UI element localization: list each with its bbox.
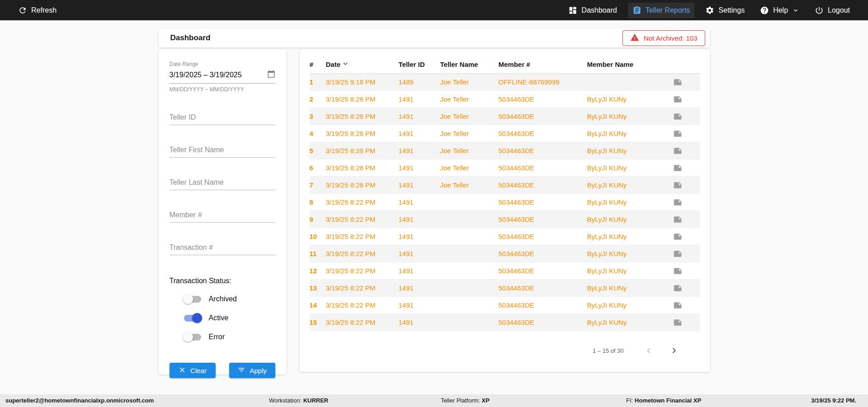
footer-fi: FI: Hometown Financial XP [626,394,701,407]
previous-page-button[interactable] [643,345,655,356]
cell-member-number: 5034463DE [499,267,587,275]
nav-teller-reports[interactable]: Teller Reports [628,3,695,18]
teller-last-name-input[interactable] [170,177,275,190]
table-body: 1 3/19/25 9:18 PM 1489 Joe Teller OFFLIN… [310,74,700,331]
cell-teller-name: Joe Teller [440,147,499,154]
cell-teller-id: 1491 [399,301,440,309]
cell-teller-name: Joe Teller [440,130,499,137]
power-icon [815,6,824,15]
table-row[interactable]: 15 3/19/25 8:22 PM 1491 5034463DE ByLyJI… [310,314,700,331]
not-archived-label: Not Archived: 103 [644,34,697,42]
cell-member-number: OFFLINE-88769999 [499,78,587,86]
nav-help-label: Help [773,6,788,14]
table-row[interactable]: 13 3/19/25 8:22 PM 1491 5034463DE ByLyJI… [310,280,700,297]
nav-settings[interactable]: Settings [701,3,749,18]
cell-teller-name: Joe Teller [440,112,499,120]
warning-icon [630,33,639,43]
teller-first-name-input[interactable] [170,144,275,158]
clear-button[interactable]: Clear [170,363,216,378]
note-icon[interactable] [673,129,700,138]
topbar-right-group: Dashboard Teller Reports Settings Help [564,3,854,18]
table-row[interactable]: 7 3/19/25 8:28 PM 1491 Joe Teller 503446… [310,177,700,194]
table-row[interactable]: 10 3/19/25 8:22 PM 1491 5034463DE ByLyJI… [310,228,700,245]
clear-button-label: Clear [190,367,207,374]
table-row[interactable]: 14 3/19/25 8:22 PM 1491 5034463DE ByLyJI… [310,297,700,314]
note-icon[interactable] [673,181,700,190]
table-row[interactable]: 8 3/19/25 8:22 PM 1491 5034463DE ByLyJI … [310,194,700,211]
cell-member-name: ByLyJI KUNy [587,130,673,137]
filter-icon [237,366,245,375]
gear-icon [705,6,714,15]
cell-row-number: 7 [310,181,326,189]
note-icon[interactable] [673,301,700,310]
note-icon[interactable] [673,232,700,241]
nav-logout[interactable]: Logout [810,3,854,18]
top-navigation-bar: Refresh Dashboard Teller Reports Setting… [0,0,868,20]
apply-button[interactable]: Apply [229,363,275,378]
cell-member-number: 5034463DE [499,181,587,189]
note-icon[interactable] [673,95,700,104]
note-icon[interactable] [673,146,700,155]
note-icon[interactable] [673,78,700,87]
table-row[interactable]: 12 3/19/25 8:22 PM 1491 5034463DE ByLyJI… [310,262,700,280]
cell-date: 3/19/25 9:18 PM [326,78,399,86]
error-toggle[interactable] [183,332,202,342]
cell-member-name: ByLyJI KUNy [587,198,673,206]
table-row[interactable]: 9 3/19/25 8:22 PM 1491 5034463DE ByLyJI … [310,211,700,228]
cell-date: 3/19/25 8:22 PM [326,284,399,292]
note-icon[interactable] [673,284,700,293]
note-icon[interactable] [673,198,700,207]
nav-teller-reports-label: Teller Reports [646,6,690,14]
table-row[interactable]: 2 3/19/25 8:28 PM 1491 Joe Teller 503446… [310,91,700,108]
date-range-field[interactable]: 3/19/2025 – 3/19/2025 [170,67,275,84]
sort-down-icon [341,60,349,69]
table-row[interactable]: 5 3/19/25 8:28 PM 1491 Joe Teller 503446… [310,142,700,159]
cell-date: 3/19/25 8:28 PM [326,181,399,189]
note-icon[interactable] [673,249,700,258]
footer-fi-value: Hometown Financial XP [635,397,701,404]
member-number-input[interactable] [170,209,275,223]
date-range-hint: MM/DD/YYYY – MM/DD/YYYY [170,86,275,93]
cell-row-number: 5 [310,147,326,154]
cell-date: 3/19/25 8:22 PM [326,250,399,257]
nav-dashboard[interactable]: Dashboard [564,3,621,18]
cell-date: 3/19/25 8:22 PM [326,301,399,309]
note-icon[interactable] [673,318,700,327]
table-row[interactable]: 3 3/19/25 8:28 PM 1491 Joe Teller 503446… [310,108,700,125]
transaction-number-input[interactable] [170,242,275,255]
cell-teller-id: 1491 [399,181,440,189]
cell-member-name: ByLyJI KUNy [587,164,673,172]
footer-timestamp: 3/19/25 9:22 PM. [811,394,856,407]
table-row[interactable]: 6 3/19/25 8:28 PM 1491 Joe Teller 503446… [310,159,700,177]
active-toggle-label: Active [209,314,229,322]
table-row[interactable]: 1 3/19/25 9:18 PM 1489 Joe Teller OFFLIN… [310,74,700,91]
calendar-icon[interactable] [267,70,275,80]
table-row[interactable]: 4 3/19/25 8:28 PM 1491 Joe Teller 503446… [310,125,700,142]
cell-teller-id: 1491 [399,233,440,240]
footer-workstation: Workstation: KURRER [269,394,328,407]
apply-button-label: Apply [250,367,267,374]
cell-member-number: 5034463DE [499,147,587,154]
not-archived-badge[interactable]: Not Archived: 103 [623,30,705,46]
note-icon[interactable] [673,112,700,121]
next-page-button[interactable] [668,345,680,356]
note-icon[interactable] [673,164,700,173]
cell-row-number: 9 [310,215,326,223]
teller-id-input[interactable] [170,112,275,125]
refresh-button[interactable]: Refresh [14,3,61,18]
col-header-teller-name: Teller Name [440,61,499,68]
note-icon[interactable] [673,215,700,224]
cell-teller-id: 1491 [399,112,440,120]
nav-help[interactable]: Help [755,3,804,18]
nav-settings-label: Settings [718,6,745,14]
cell-teller-id: 1491 [399,198,440,206]
archived-toggle[interactable] [183,294,202,304]
cell-member-number: 5034463DE [499,198,587,206]
col-header-date[interactable]: Date [326,60,399,69]
toggle-row-error: Error [170,332,275,342]
active-toggle[interactable] [183,313,202,323]
cell-member-number: 5034463DE [499,250,587,257]
report-icon [632,6,642,15]
note-icon[interactable] [673,267,700,276]
table-row[interactable]: 11 3/19/25 8:22 PM 1491 5034463DE ByLyJI… [310,245,700,262]
